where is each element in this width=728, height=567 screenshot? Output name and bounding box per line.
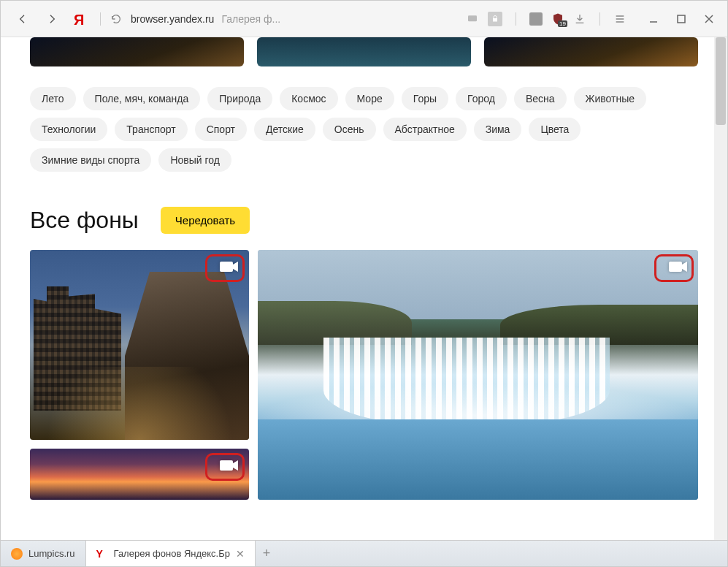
category-tag[interactable]: Технологии (30, 118, 107, 141)
minimize-button[interactable] (643, 8, 664, 30)
background-tile-city[interactable] (30, 250, 249, 440)
yandex-logo-icon[interactable]: Я (74, 12, 88, 26)
favicon-icon: Y (96, 548, 108, 560)
category-tag[interactable]: Транспорт (115, 118, 187, 141)
window-controls (643, 8, 720, 30)
menu-icon[interactable] (613, 12, 627, 26)
tab-lumpics[interactable]: Lumpics.ru (1, 541, 86, 566)
page-title: Все фоны (30, 207, 139, 234)
divider (599, 12, 600, 26)
close-button[interactable] (698, 8, 720, 30)
divider (100, 12, 101, 26)
lock-icon[interactable] (488, 12, 502, 26)
favicon-icon (11, 548, 23, 560)
category-tag[interactable]: Абстрактное (383, 118, 467, 141)
category-tag[interactable]: Зима (474, 118, 522, 141)
svg-rect-5 (220, 460, 233, 471)
background-tile-waterfall[interactable] (258, 250, 698, 500)
reload-icon (110, 13, 122, 25)
category-tag[interactable]: Цвета (529, 118, 581, 141)
video-badge-icon (220, 459, 239, 472)
category-tag[interactable]: Новый год (158, 148, 231, 172)
category-tag[interactable]: Лето (30, 87, 76, 110)
address-bar[interactable]: browser.yandex.ru Галерея ф... (131, 13, 280, 25)
svg-rect-1 (493, 18, 497, 22)
video-badge-icon (220, 260, 239, 273)
category-tag[interactable]: Весна (514, 87, 567, 110)
tab-label: Lumpics.ru (28, 548, 75, 559)
page-content: ЛетоПоле, мяч, командаПриродаКосмосМореГ… (1, 37, 727, 540)
browser-toolbar: Я browser.yandex.ru Галерея ф... 19 (1, 1, 727, 37)
svg-rect-4 (220, 262, 233, 272)
category-tag[interactable]: Город (456, 87, 507, 110)
video-badge-icon (669, 260, 688, 273)
featured-row (30, 37, 698, 66)
forward-button[interactable] (41, 8, 63, 30)
tab-label: Галерея фонов Яндекс.Бр (114, 548, 230, 559)
tag-list: ЛетоПоле, мяч, командаПриродаКосмосМореГ… (30, 87, 698, 172)
extension-lastfm-icon[interactable] (529, 12, 543, 26)
arrow-left-icon (17, 13, 28, 25)
back-button[interactable] (12, 8, 34, 30)
heading-row: Все фоны Чередовать (30, 207, 698, 234)
new-tab-button[interactable]: + (256, 546, 277, 561)
featured-tile[interactable] (484, 37, 698, 66)
reload-button[interactable] (109, 12, 123, 26)
arrow-right-icon (46, 13, 58, 25)
extension-shield-icon[interactable]: 19 (551, 12, 564, 26)
scrollbar-thumb[interactable] (716, 37, 726, 125)
downloads-icon[interactable] (573, 12, 586, 26)
divider (516, 12, 516, 26)
shield-badge: 19 (558, 20, 567, 27)
svg-rect-6 (669, 262, 682, 272)
background-grid (30, 250, 698, 500)
category-tag[interactable]: Космос (280, 87, 337, 110)
scrollbar-track[interactable] (714, 37, 727, 540)
category-tag[interactable]: Природа (207, 87, 272, 110)
comment-icon[interactable] (466, 12, 479, 26)
svg-rect-2 (529, 12, 543, 26)
tab-bar: Lumpics.ru Y Галерея фонов Яндекс.Бр ✕ + (1, 540, 727, 566)
category-tag[interactable]: Животные (574, 87, 647, 110)
svg-rect-3 (678, 15, 685, 23)
address-title: Галерея ф... (221, 13, 280, 25)
featured-tile[interactable] (30, 37, 244, 66)
address-url: browser.yandex.ru (131, 13, 214, 25)
category-tag[interactable]: Поле, мяч, команда (83, 87, 201, 110)
background-tile-sunset[interactable] (30, 449, 249, 500)
category-tag[interactable]: Детские (254, 118, 315, 141)
featured-tile[interactable] (257, 37, 471, 66)
tab-close-icon[interactable]: ✕ (236, 548, 245, 560)
category-tag[interactable]: Зимние виды спорта (30, 148, 151, 172)
tab-gallery[interactable]: Y Галерея фонов Яндекс.Бр ✕ (86, 541, 256, 566)
category-tag[interactable]: Спорт (195, 118, 247, 141)
maximize-button[interactable] (670, 8, 692, 30)
svg-rect-0 (468, 15, 477, 21)
category-tag[interactable]: Море (345, 87, 394, 110)
category-tag[interactable]: Горы (402, 87, 448, 110)
toolbar-right: 19 (466, 8, 720, 30)
shuffle-button[interactable]: Чередовать (161, 207, 250, 234)
category-tag[interactable]: Осень (323, 118, 376, 141)
